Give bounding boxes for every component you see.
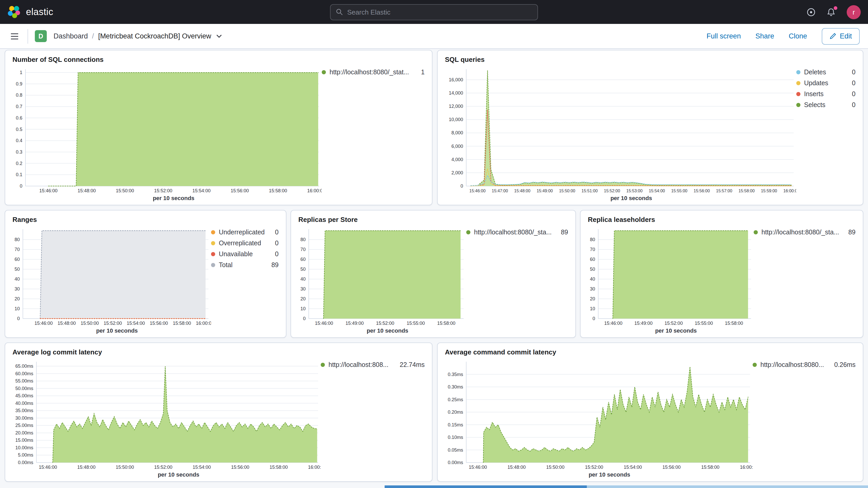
chart-legend: http://localhost:8080...0.26ms [753,359,856,479]
legend-item[interactable]: Underreplicated0 [211,229,279,236]
svg-text:0.8: 0.8 [16,92,22,98]
legend-value: 89 [558,229,568,236]
svg-text:10,000: 10,000 [449,117,463,122]
svg-text:60.00ms: 60.00ms [16,371,33,376]
svg-text:15:55:00: 15:55:00 [695,321,713,326]
svg-text:80: 80 [301,237,306,242]
panel-title[interactable]: Ranges [12,215,279,226]
svg-text:15:58:00: 15:58:00 [173,321,191,326]
clone-button[interactable]: Clone [789,32,807,40]
svg-text:15:57:00: 15:57:00 [716,189,732,193]
notifications-icon[interactable] [827,7,835,17]
svg-text:15:52:00: 15:52:00 [604,189,620,193]
breadcrumb-dashboard[interactable]: Dashboard [54,32,88,40]
chevron-down-icon[interactable] [216,34,222,38]
svg-text:16,000: 16,000 [449,77,463,82]
full-screen-button[interactable]: Full screen [707,32,741,40]
chart-legend: Deletes0Updates0Inserts0Selects0 [796,66,856,203]
breadcrumb: Dashboard / [Metricbeat CockroachDB] Ove… [54,32,222,40]
legend-item[interactable]: Overreplicated0 [211,240,279,247]
svg-text:0.4: 0.4 [16,138,22,143]
svg-text:30.00ms: 30.00ms [16,416,33,421]
panel-number-of-sql-connections: Number of SQL connections 00.10.20.30.40… [5,50,432,205]
global-search[interactable] [330,4,538,20]
svg-text:16:00:00: 16:00:00 [783,189,796,193]
menu-icon[interactable] [8,30,21,42]
chart-legend: http://localhost:808...22.74ms [321,359,425,479]
svg-text:15:46:00: 15:46:00 [315,321,333,326]
legend-value: 0 [272,240,279,247]
svg-text:15:46:00: 15:46:00 [469,189,486,193]
svg-text:15:58:00: 15:58:00 [739,189,755,193]
svg-text:60: 60 [590,257,595,262]
svg-text:55.00ms: 55.00ms [16,378,33,384]
ranges-chart[interactable]: 0102030405060708015:46:0015:48:0015:50:0… [12,226,211,327]
legend-item[interactable]: Total89 [211,262,279,269]
svg-text:1: 1 [20,70,22,75]
edit-button[interactable]: Edit [822,28,860,44]
scrollbar-thumb[interactable] [384,485,587,488]
legend-label: http://localhost:8080/_stat... [330,69,409,76]
svg-text:15:50:00: 15:50:00 [116,188,134,193]
help-icon[interactable] [807,7,815,17]
svg-text:15:53:00: 15:53:00 [626,189,643,193]
svg-text:15:54:00: 15:54:00 [649,189,665,193]
sql-connections-chart[interactable]: 00.10.20.30.40.50.60.70.80.9115:46:0015:… [12,66,322,194]
user-avatar[interactable]: r [847,5,861,19]
svg-text:60: 60 [14,257,20,262]
pencil-icon [829,33,836,39]
svg-text:15:51:00: 15:51:00 [582,189,598,193]
svg-text:0.15ms: 0.15ms [448,422,463,427]
legend-label: http://localhost:8080/_sta... [474,229,552,236]
svg-text:20: 20 [590,296,595,301]
sql-queries-chart[interactable]: 02,0004,0006,0008,00010,00012,00014,0001… [445,66,796,194]
svg-text:15:48:00: 15:48:00 [57,321,75,326]
dashboard-grid: Number of SQL connections 00.10.20.30.40… [0,49,868,488]
command-commit-latency-chart[interactable]: 0.00ms0.05ms0.10ms0.15ms0.20ms0.25ms0.30… [445,359,753,471]
replica-leaseholders-chart[interactable]: 0102030405060708015:46:0015:49:0015:52:0… [588,226,754,327]
svg-text:15:48:00: 15:48:00 [78,188,96,193]
svg-text:16:00:00: 16:00:00 [740,465,753,470]
legend-dot [211,241,215,245]
svg-text:8,000: 8,000 [452,130,463,135]
replicas-per-store-chart[interactable]: 0102030405060708015:46:0015:49:0015:52:0… [298,226,466,327]
search-input[interactable] [347,8,532,16]
legend-item[interactable]: Updates0 [796,80,856,87]
svg-text:15:56:00: 15:56:00 [231,465,249,470]
svg-text:20: 20 [301,296,306,301]
legend-item[interactable]: Unavailable0 [211,250,279,258]
svg-text:4,000: 4,000 [452,157,463,162]
panel-title[interactable]: Average command commit latency [445,347,856,359]
svg-text:0.35ms: 0.35ms [448,372,463,377]
svg-text:0: 0 [17,316,20,321]
svg-text:16:00:00: 16:00:00 [308,465,321,470]
legend-item[interactable]: http://localhost:8080/_stat...1 [322,69,425,76]
panel-title[interactable]: Number of SQL connections [12,55,425,66]
legend-item[interactable]: Inserts0 [796,90,856,98]
panel-title[interactable]: Average log commit latency [12,347,425,359]
svg-text:60: 60 [301,257,306,262]
space-badge[interactable]: D [35,30,47,42]
svg-text:14,000: 14,000 [449,90,463,96]
svg-text:35.00ms: 35.00ms [16,408,33,413]
svg-text:15:56:00: 15:56:00 [150,321,168,326]
svg-text:0: 0 [461,183,463,189]
svg-text:15:50:00: 15:50:00 [559,189,575,193]
panel-title[interactable]: SQL queries [445,55,856,66]
panel-title[interactable]: Replica leaseholders [588,215,856,226]
log-commit-latency-chart[interactable]: 0.00ms5.00ms10.00ms15.00ms20.00ms25.00ms… [12,359,321,471]
legend-item[interactable]: http://localhost:808...22.74ms [321,361,425,368]
horizontal-scrollbar[interactable] [0,485,868,488]
elastic-logo-icon[interactable] [7,5,21,19]
legend-item[interactable]: http://localhost:8080/_sta...89 [754,229,856,236]
legend-item[interactable]: http://localhost:8080...0.26ms [753,361,856,368]
legend-dot [796,103,800,107]
svg-text:30: 30 [590,286,595,292]
panel-title[interactable]: Replicas per Store [298,215,568,226]
panel-average-log-commit-latency: Average log commit latency 0.00ms5.00ms1… [5,342,432,482]
x-axis-title: per 10 seconds [12,327,211,335]
legend-item[interactable]: Deletes0 [796,69,856,76]
legend-item[interactable]: Selects0 [796,101,856,109]
share-button[interactable]: Share [755,32,774,40]
legend-item[interactable]: http://localhost:8080/_sta...89 [466,229,568,236]
